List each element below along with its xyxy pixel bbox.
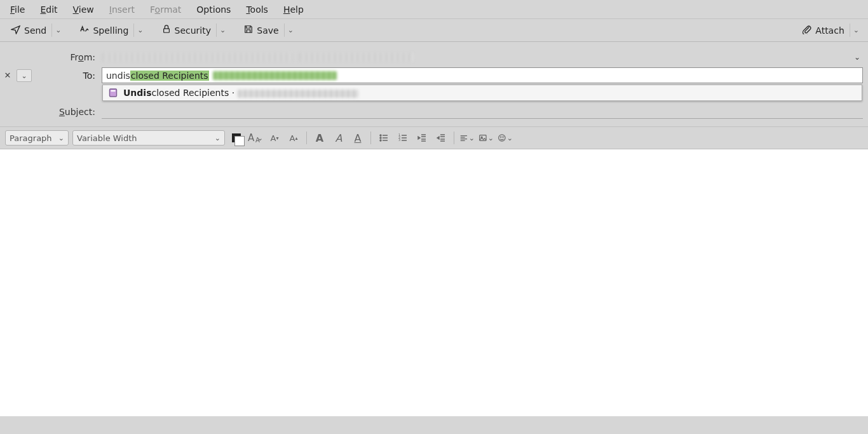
svg-point-4: [380, 137, 381, 139]
menu-insert: Insert: [102, 2, 142, 17]
redacted-text: [213, 71, 337, 80]
address-book-icon: [108, 88, 118, 98]
decrease-font-button[interactable]: A▾: [267, 130, 282, 146]
insert-image-button[interactable]: ⌄: [478, 130, 494, 146]
formatting-toolbar: Paragraph⌄ Variable Width⌄ AA⌄ A▾ A▴ A A…: [0, 126, 868, 149]
svg-point-11: [499, 135, 505, 141]
menu-tools[interactable]: Tools: [238, 2, 276, 17]
from-identity-picker[interactable]: ⌄: [102, 53, 863, 62]
align-menu[interactable]: ⌄: [459, 130, 475, 146]
subject-input[interactable]: [102, 105, 863, 119]
menu-view[interactable]: View: [65, 2, 102, 17]
compose-headers: From: ⌄ ✕ ⌄ To: undisclosed Recipients: [0, 42, 868, 120]
spelling-button[interactable]: Spelling: [74, 22, 133, 39]
increase-font-button[interactable]: A▴: [286, 130, 301, 146]
lock-icon: [162, 25, 171, 36]
from-label: From:: [0, 52, 102, 62]
outdent-button[interactable]: [414, 130, 430, 146]
recipient-type-dropdown[interactable]: ⌄: [17, 69, 32, 82]
send-dropdown[interactable]: ⌄: [51, 24, 64, 37]
redacted-text: [102, 53, 292, 62]
svg-rect-0: [163, 29, 169, 32]
chevron-down-icon[interactable]: ⌄: [854, 53, 863, 62]
save-dropdown[interactable]: ⌄: [284, 24, 297, 37]
to-typed-text: undis: [106, 71, 130, 81]
autocomplete-dropdown: Undisclosed Recipients ·: [102, 85, 862, 101]
send-icon: [11, 25, 20, 36]
attach-button[interactable]: Attach: [797, 22, 849, 39]
menu-options[interactable]: Options: [189, 2, 238, 17]
save-icon: [244, 25, 253, 36]
svg-point-12: [501, 137, 501, 137]
menu-bar: File Edit View Insert Format Options Too…: [0, 0, 868, 19]
paperclip-icon: [802, 25, 811, 36]
to-label: To:: [32, 71, 102, 81]
bullet-list-button[interactable]: [376, 130, 391, 146]
redacted-text: [238, 90, 358, 98]
paragraph-style-select[interactable]: Paragraph⌄: [5, 130, 69, 146]
text-color-button[interactable]: [229, 130, 244, 146]
attach-dropdown[interactable]: ⌄: [850, 24, 862, 37]
svg-point-3: [380, 135, 381, 136]
menu-edit[interactable]: Edit: [32, 2, 65, 17]
svg-rect-9: [480, 135, 486, 141]
underline-button[interactable]: A: [350, 130, 365, 146]
autocomplete-item[interactable]: Undisclosed Recipients ·: [103, 85, 862, 100]
save-button[interactable]: Save: [239, 22, 283, 38]
svg-text:3: 3: [398, 138, 400, 142]
svg-point-5: [380, 140, 381, 141]
status-bar: [0, 416, 868, 433]
autocomplete-text: Undisclosed Recipients ·: [123, 88, 358, 98]
security-button[interactable]: Security: [157, 22, 217, 38]
numbered-list-button[interactable]: 123: [395, 130, 410, 146]
spelling-icon: [79, 25, 89, 36]
italic-button[interactable]: A: [331, 130, 346, 146]
svg-rect-1: [110, 89, 117, 97]
remove-recipient-button[interactable]: ✕: [0, 71, 15, 80]
menu-help[interactable]: Help: [276, 2, 311, 17]
emoji-button[interactable]: ⌄: [498, 130, 513, 146]
svg-rect-2: [111, 90, 116, 92]
redacted-text: [299, 53, 413, 62]
spelling-dropdown[interactable]: ⌄: [133, 24, 146, 37]
subject-label: Subject:: [0, 107, 102, 117]
security-dropdown[interactable]: ⌄: [216, 24, 229, 37]
svg-point-13: [503, 137, 503, 137]
indent-button[interactable]: [433, 130, 449, 146]
menu-file[interactable]: File: [3, 2, 32, 17]
bold-button[interactable]: A: [312, 130, 327, 146]
message-body-editor[interactable]: [0, 149, 868, 416]
to-address-input[interactable]: undisclosed Recipients Undisclosed Recip…: [102, 67, 863, 83]
send-button[interactable]: Send: [6, 22, 51, 39]
to-autocomplete-selection: closed Recipients: [130, 71, 209, 81]
font-size-menu[interactable]: AA⌄: [248, 130, 263, 146]
main-toolbar: Send ⌄ Spelling ⌄ Security ⌄ Save ⌄ Atta…: [0, 19, 868, 42]
menu-format: Format: [142, 2, 189, 17]
font-family-select[interactable]: Variable Width⌄: [72, 130, 225, 146]
